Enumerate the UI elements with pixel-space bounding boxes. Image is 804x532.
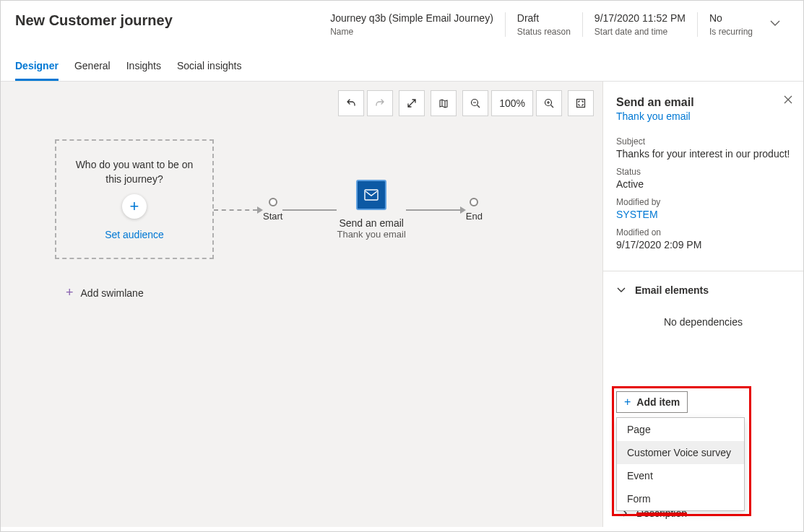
add-item-dropdown: Page Customer Voice survey Event Form	[616, 417, 745, 511]
undo-icon	[345, 97, 357, 109]
mail-icon	[364, 189, 379, 201]
header: New Customer journey Journey q3b (Simple…	[1, 1, 803, 43]
meta-start-label: Start date and time	[595, 27, 686, 37]
svg-rect-2	[577, 100, 585, 108]
meta-recurring-value: No	[709, 12, 753, 24]
flow: Start Send an email Thank you email End	[214, 180, 483, 240]
zoom-in-icon	[543, 97, 555, 109]
zoom-level[interactable]: 100%	[491, 90, 533, 116]
meta-name-value: Journey q3b (Simple Email Journey)	[330, 12, 493, 24]
add-item-wrap: + Add item Page Customer Voice survey Ev…	[616, 391, 746, 511]
dropdown-item-cvsurvey[interactable]: Customer Voice survey	[617, 441, 744, 464]
end-label: End	[466, 211, 483, 222]
modifiedon-value: 9/17/2020 2:09 PM	[616, 239, 790, 250]
add-audience-button[interactable]: +	[122, 194, 147, 219]
meta-recurring: No Is recurring	[697, 12, 764, 37]
tab-bar: Designer General Insights Social insight…	[1, 43, 803, 82]
chevron-down-icon	[616, 285, 626, 295]
status-value: Active	[616, 178, 790, 190]
header-expand-button[interactable]	[764, 12, 786, 30]
modifiedby-label: Modified by	[616, 197, 790, 207]
side-panel-header: Send an email Thank you email	[603, 82, 803, 129]
close-icon	[783, 95, 793, 105]
fullscreen-button[interactable]	[568, 90, 594, 116]
email-node[interactable]: Send an email Thank you email	[337, 180, 405, 240]
connector-dashed	[214, 209, 257, 211]
add-swimlane-label: Add swimlane	[81, 287, 144, 299]
zoom-out-button[interactable]	[462, 90, 488, 116]
meta-name-label: Name	[330, 27, 493, 37]
modifiedon-label: Modified on	[616, 227, 790, 237]
zoom-in-button[interactable]	[536, 90, 562, 116]
add-item-label: Add item	[636, 396, 680, 408]
minimap-button[interactable]	[431, 90, 457, 116]
email-elements-title: Email elements	[635, 284, 709, 296]
email-elements-section[interactable]: Email elements	[603, 271, 803, 296]
arrow-icon	[460, 206, 466, 214]
start-label: Start	[263, 211, 282, 222]
side-panel-title: Send an email	[616, 96, 790, 109]
canvas[interactable]: 100% Who do you want to be on this journ…	[1, 82, 602, 527]
connector	[282, 209, 337, 211]
subject-label: Subject	[616, 136, 790, 147]
meta-name: Journey q3b (Simple Email Journey) Name	[319, 12, 505, 37]
start-dot-icon	[269, 198, 277, 206]
arrow-icon	[257, 206, 263, 214]
meta-start: 9/17/2020 11:52 PM Start date and time	[582, 12, 697, 37]
dropdown-item-page[interactable]: Page	[617, 418, 744, 441]
no-dependencies-text: No dependencies	[603, 316, 803, 328]
add-item-button[interactable]: + Add item	[616, 391, 688, 413]
redo-icon	[374, 97, 386, 109]
map-icon	[438, 97, 449, 109]
tab-designer[interactable]: Designer	[15, 56, 59, 81]
audience-question: Who do you want to be on this journey?	[69, 158, 199, 186]
start-node[interactable]: Start	[263, 198, 282, 222]
fullscreen-icon	[575, 97, 587, 109]
end-dot-icon	[470, 198, 478, 206]
canvas-toolbar: 100%	[338, 90, 594, 116]
zoom-text: 100%	[499, 97, 525, 109]
add-swimlane-button[interactable]: + Add swimlane	[66, 285, 144, 300]
status-label: Status	[616, 167, 790, 177]
email-title: Send an email	[339, 217, 404, 229]
close-panel-button[interactable]	[783, 95, 793, 105]
tab-social-insights[interactable]: Social insights	[177, 56, 242, 81]
email-subtitle: Thank you email	[337, 229, 405, 240]
connector	[406, 209, 460, 211]
expand-icon	[406, 97, 418, 109]
set-audience-link[interactable]: Set audience	[105, 229, 164, 240]
plus-icon: +	[66, 285, 74, 300]
meta-status: Draft Status reason	[505, 12, 582, 37]
dropdown-item-event[interactable]: Event	[617, 464, 744, 487]
side-panel-body: Subject Thanks for your interest in our …	[603, 129, 803, 255]
chevron-down-icon	[769, 17, 782, 30]
end-node[interactable]: End	[466, 198, 483, 222]
tab-general[interactable]: General	[74, 56, 111, 81]
email-tile[interactable]	[356, 180, 386, 210]
svg-rect-3	[365, 190, 378, 200]
meta-start-value: 9/17/2020 11:52 PM	[595, 12, 686, 24]
zoom-out-icon	[470, 97, 481, 109]
subject-value: Thanks for your interest in our product!	[616, 148, 790, 160]
modifiedby-value[interactable]: SYSTEM	[616, 209, 790, 220]
tab-insights[interactable]: Insights	[126, 56, 161, 81]
redo-button[interactable]	[367, 90, 393, 116]
meta-recurring-label: Is recurring	[709, 27, 753, 37]
dropdown-item-form[interactable]: Form	[617, 487, 744, 510]
side-panel-link[interactable]: Thank you email	[616, 110, 790, 122]
meta-status-label: Status reason	[517, 27, 571, 37]
page-title: New Customer journey	[15, 12, 319, 29]
header-meta-group: Journey q3b (Simple Email Journey) Name …	[319, 12, 764, 37]
undo-button[interactable]	[338, 90, 364, 116]
meta-status-value: Draft	[517, 12, 571, 24]
fit-button[interactable]	[399, 90, 425, 116]
plus-icon: +	[624, 396, 631, 409]
audience-box[interactable]: Who do you want to be on this journey? +…	[55, 139, 214, 259]
